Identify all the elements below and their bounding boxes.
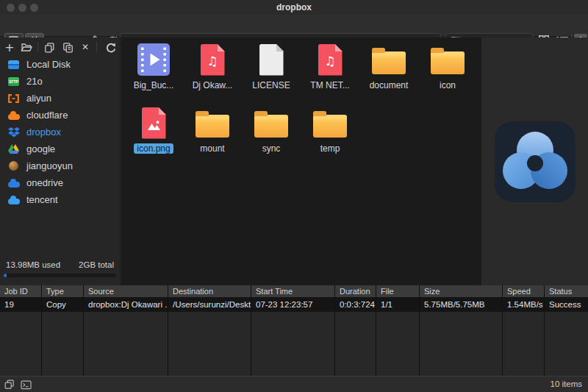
file-item-folder[interactable]: icon [418,41,477,104]
column-header[interactable]: Type [42,285,83,298]
column-speed: Speed 1.54MB/s [503,285,544,376]
folder-icon [313,104,347,141]
storage-used-label: 13.98MB used [6,260,60,269]
storage-usage: 13.98MB used 2GB total [0,260,120,277]
column-size: Size 5.75MB/5.75MB [420,285,502,376]
file-label: sync [262,143,281,154]
file-label-selected: icon.png [134,143,173,154]
open-folder-icon [21,42,32,52]
column-file: File 1/1 [376,285,419,376]
column-header[interactable]: Start Time [251,285,334,298]
file-label: icon [440,80,456,90]
paste-icon [62,42,74,53]
column-header[interactable]: Source [84,285,168,298]
column-duration: Duration 0:0:3:724 [335,285,376,376]
sidebar-item-21o[interactable]: SFTP 21o [0,73,120,90]
cell-type[interactable]: Copy [42,298,83,312]
aliyun-icon [7,93,20,104]
file-item-audio[interactable]: ♫ TM NET... [301,41,359,104]
sidebar-item-aliyun[interactable]: aliyun [0,90,120,107]
copy-icon [44,42,55,53]
cell-source[interactable]: dropbox:Dj Okawari ... [84,298,168,312]
status-bar: 10 items [0,376,588,392]
jianguoyun-icon [7,160,20,172]
tencent-icon [7,194,20,206]
column-header[interactable]: File [376,285,419,298]
cell-destination[interactable]: /Users/surunzi/Deskt... [168,298,251,312]
sidebar-refresh-button[interactable] [103,39,118,55]
app-window: dropbox ← → ↑ [0,0,588,392]
terminal-button[interactable] [20,379,32,390]
column-header[interactable]: Destination [168,285,251,298]
sidebar-item-google[interactable]: google [0,140,120,157]
jobs-panel-button[interactable] [4,379,15,390]
storage-total-label: 2GB total [79,260,114,269]
file-item-folder[interactable]: mount [183,104,242,168]
folder-icon [431,41,465,78]
items-count: 10 items [551,377,582,392]
cell-start-time[interactable]: 07-23 12:23:57 [251,298,334,312]
file-item-video[interactable]: Big_Buc... [124,41,183,104]
file-label: document [370,80,409,90]
text-file-icon [259,41,284,78]
cell-size[interactable]: 5.75MB/5.75MB [420,298,502,312]
column-type: Type Copy [42,285,83,376]
sidebar: + ✕ [0,38,121,285]
column-header[interactable]: Size [420,285,502,298]
sidebar-item-tencent[interactable]: tencent [0,191,120,208]
cell-status[interactable]: Success [545,298,588,312]
sidebar-toolbar: + ✕ [0,39,121,57]
image-file-icon [142,104,166,141]
cell-job-id[interactable]: 19 [0,298,41,312]
paste-button[interactable] [60,39,75,55]
column-start-time: Start Time 07-23 12:23:57 [251,285,334,376]
terminal-icon [21,380,32,390]
sidebar-toolbar-separator-2 [96,42,97,52]
sidebar-item-list: Local Disk SFTP 21o aliyun [0,56,120,208]
sidebar-item-jianguoyun[interactable]: jianguoyun [0,157,120,174]
stacked-windows-icon [4,379,15,390]
sidebar-item-dropbox[interactable]: dropbox [0,124,120,140]
file-item-folder[interactable]: sync [242,104,301,168]
column-header[interactable]: Duration [335,285,376,298]
file-item-document[interactable]: LICENSE [242,41,301,104]
local-disk-icon [7,59,20,71]
google-drive-icon [7,143,20,155]
sidebar-item-cloudflare[interactable]: cloudflare [0,107,120,124]
main-toolbar: ← → ↑ [0,15,588,37]
refresh-icon [105,42,116,53]
window-title: dropbox [0,0,588,15]
open-folder-button[interactable] [19,39,34,55]
sidebar-item-local-disk[interactable]: Local Disk [0,56,120,73]
sftp-icon: SFTP [7,76,20,88]
column-header[interactable]: Job ID [0,285,41,298]
storage-progress-bar [4,274,116,277]
column-header[interactable]: Status [545,285,588,298]
delete-button[interactable]: ✕ [78,39,93,55]
file-item-audio[interactable]: ♫ Dj Okaw... [183,41,242,104]
sidebar-item-onedrive[interactable]: onedrive [0,174,120,191]
file-label: LICENSE [252,80,290,90]
folder-icon [196,104,229,141]
cell-file[interactable]: 1/1 [376,298,419,312]
file-label: Dj Okaw... [193,80,233,90]
cell-speed[interactable]: 1.54MB/s [503,298,544,312]
cell-duration[interactable]: 0:0:3:724 [335,298,376,312]
transfers-table: Job ID 19 Type Copy Source dropbox:Dj Ok… [0,285,588,376]
cloudflare-icon [7,110,20,121]
sidebar-toolbar-separator [37,42,38,52]
file-label: TM NET... [310,80,349,90]
file-item-image-selected[interactable]: icon.png [124,104,183,168]
file-label: mount [200,143,224,154]
column-header[interactable]: Speed [503,285,544,298]
column-status: Status Success [545,285,588,376]
file-label: Big_Buc... [134,80,174,90]
audio-file-icon: ♫ [318,41,343,78]
title-bar: dropbox [0,0,588,15]
add-connection-button[interactable]: + [2,39,17,55]
file-item-folder[interactable]: document [359,41,418,104]
folder-icon [254,104,288,141]
file-item-folder[interactable]: temp [301,104,359,168]
copy-button[interactable] [42,39,57,55]
dropbox-icon [7,126,20,138]
